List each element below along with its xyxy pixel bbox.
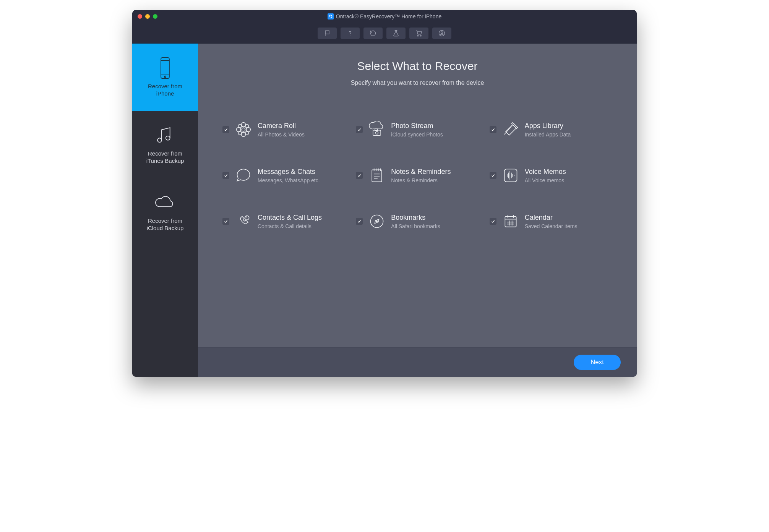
flower-icon [235, 121, 252, 138]
iphone-icon [154, 57, 176, 79]
svg-point-13 [166, 136, 170, 140]
window-minimize-button[interactable] [145, 14, 150, 19]
option-subtitle: Contacts & Call details [258, 223, 322, 229]
labs-icon [392, 29, 400, 37]
svg-point-11 [164, 76, 166, 78]
checkbox-messages-chats[interactable] [222, 172, 229, 179]
app-logo-icon [328, 13, 334, 19]
svg-point-20 [245, 124, 249, 128]
option-subtitle: Saved Calendar items [525, 223, 578, 229]
svg-marker-27 [506, 125, 516, 135]
svg-point-21 [238, 131, 242, 135]
svg-rect-0 [325, 31, 329, 34]
page-subtitle: Specify what you want to recover from th… [222, 79, 612, 86]
option-title: Bookmarks [391, 214, 440, 222]
option-title: Notes & Reminders [391, 168, 451, 176]
checkbox-photo-stream[interactable] [356, 126, 363, 133]
option-title: Apps Library [525, 122, 571, 130]
svg-point-24 [376, 131, 378, 134]
checkbox-apps-library[interactable] [490, 126, 496, 133]
svg-point-46 [376, 221, 378, 222]
option-title: Calendar [525, 214, 578, 222]
next-button[interactable]: Next [574, 355, 621, 370]
window-maximize-button[interactable] [153, 14, 157, 19]
svg-point-14 [242, 128, 245, 131]
refresh-icon [369, 29, 377, 37]
toolbar-user-button[interactable] [432, 28, 451, 39]
option-title: Contacts & Call Logs [258, 214, 322, 222]
titlebar: Ontrack® EasyRecovery™ Home for iPhone [132, 10, 637, 23]
svg-point-5 [420, 35, 422, 36]
chat-icon [235, 167, 252, 184]
svg-point-43 [245, 216, 249, 220]
svg-point-7 [441, 31, 443, 33]
cloud-icon [154, 191, 176, 214]
checkbox-voice-memos[interactable] [490, 172, 496, 179]
sidebar: Recover from iPhone Recover from iTunes … [132, 44, 198, 377]
window-title-text: Ontrack® EasyRecovery™ Home for iPhone [336, 13, 441, 19]
svg-point-19 [238, 124, 242, 128]
option-subtitle: All Photos & Videos [258, 131, 305, 138]
sidebar-item-label: Recover from iCloud Backup [147, 217, 184, 232]
footer: Next [198, 347, 637, 377]
compass-icon [368, 212, 386, 230]
help-icon [346, 29, 354, 37]
option-title: Messages & Chats [258, 168, 320, 176]
cloud-camera-icon [368, 121, 386, 138]
option-subtitle: iCloud synced Photos [391, 131, 443, 138]
checkbox-camera-roll[interactable] [222, 126, 229, 133]
option-apps-library[interactable]: Apps Library Installed Apps Data [490, 121, 612, 138]
window-controls [138, 14, 157, 19]
notes-icon [368, 167, 386, 184]
option-subtitle: All Voice memos [525, 177, 566, 183]
option-title: Photo Stream [391, 122, 443, 130]
option-calendar[interactable]: Calendar Saved Calendar items [490, 212, 612, 230]
checkbox-contacts-calllogs[interactable] [222, 218, 229, 225]
toolbar-refresh-button[interactable] [363, 28, 383, 39]
option-title: Voice Memos [525, 168, 566, 176]
toolbar-labs-button[interactable] [386, 28, 406, 39]
toolbar-flag-button[interactable] [318, 28, 337, 39]
recovery-options-grid: Camera Roll All Photos & Videos Photo St… [222, 121, 612, 230]
option-camera-roll[interactable]: Camera Roll All Photos & Videos [222, 121, 345, 138]
option-subtitle: Notes & Reminders [391, 177, 451, 183]
user-icon [438, 29, 446, 37]
main-panel: Select What to Recover Specify what you … [198, 44, 637, 377]
option-subtitle: Installed Apps Data [525, 131, 571, 138]
sidebar-item-recover-from-itunes-backup[interactable]: Recover from iTunes Backup [132, 111, 198, 178]
option-contacts-calllogs[interactable]: Contacts & Call Logs Contacts & Call det… [222, 212, 345, 230]
svg-rect-25 [375, 129, 378, 130]
window-title: Ontrack® EasyRecovery™ Home for iPhone [132, 13, 637, 19]
sidebar-item-label: Recover from iPhone [148, 83, 182, 97]
option-messages-chats[interactable]: Messages & Chats Messages, WhatsApp etc. [222, 167, 345, 184]
checkbox-calendar[interactable] [490, 218, 496, 225]
flag-icon [323, 29, 331, 37]
sidebar-item-recover-from-icloud-backup[interactable]: Recover from iCloud Backup [132, 178, 198, 245]
option-notes-reminders[interactable]: Notes & Reminders Notes & Reminders [356, 167, 479, 184]
option-voice-memos[interactable]: Voice Memos All Voice memos [490, 167, 612, 184]
svg-point-12 [157, 138, 162, 143]
option-bookmarks[interactable]: Bookmarks All Safari bookmarks [356, 212, 479, 230]
svg-rect-47 [505, 216, 516, 227]
toolbar [132, 23, 637, 44]
checkbox-bookmarks[interactable] [356, 218, 363, 225]
svg-point-2 [350, 35, 350, 35]
window-close-button[interactable] [138, 14, 142, 19]
sidebar-item-label: Recover from iTunes Backup [146, 150, 184, 165]
apps-icon [502, 121, 519, 138]
sidebar-item-recover-from-iphone[interactable]: Recover from iPhone [132, 44, 198, 111]
svg-point-4 [417, 35, 419, 36]
option-photo-stream[interactable]: Photo Stream iCloud synced Photos [356, 121, 479, 138]
checkbox-notes-reminders[interactable] [356, 172, 363, 179]
app-body: Recover from iPhone Recover from iTunes … [132, 44, 637, 377]
svg-rect-28 [372, 170, 382, 182]
toolbar-cart-button[interactable] [409, 28, 428, 39]
page-title: Select What to Recover [222, 60, 612, 73]
cart-icon [415, 29, 423, 37]
music-notes-icon [154, 124, 176, 146]
toolbar-help-button[interactable] [341, 28, 360, 39]
svg-rect-36 [504, 169, 517, 182]
option-subtitle: All Safari bookmarks [391, 223, 440, 229]
voice-icon [502, 167, 519, 184]
svg-point-22 [245, 131, 249, 135]
